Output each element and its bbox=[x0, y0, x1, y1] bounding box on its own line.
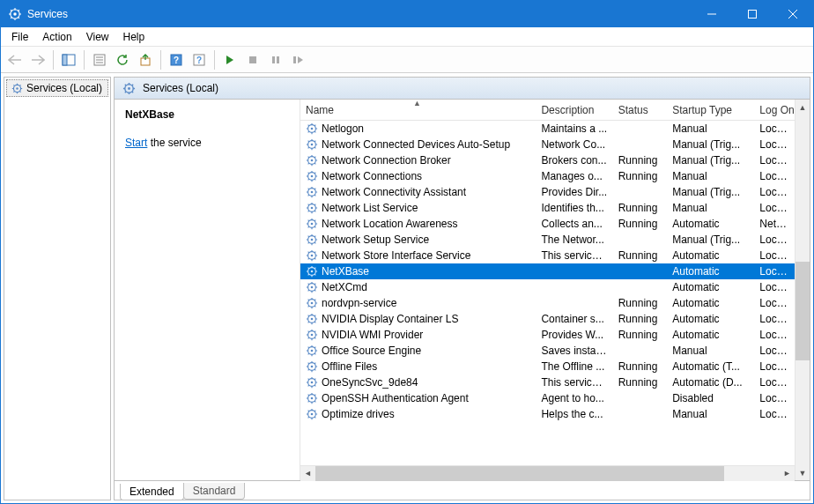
tab-standard[interactable]: Standard bbox=[183, 483, 246, 500]
cell-startup: Manual bbox=[667, 345, 754, 357]
menu-help[interactable]: Help bbox=[116, 29, 152, 45]
tree-root-item[interactable]: Services (Local) bbox=[6, 79, 108, 97]
cell-description: Saves install... bbox=[536, 345, 612, 357]
cell-logon: Local S bbox=[754, 360, 795, 373]
table-row[interactable]: Office Source EngineSaves install...Manu… bbox=[300, 343, 795, 359]
svg-rect-18 bbox=[272, 56, 275, 63]
svg-rect-19 bbox=[277, 56, 279, 63]
table-row[interactable]: Network Connectivity AssistantProvides D… bbox=[300, 184, 795, 200]
help2-icon[interactable]: ? bbox=[189, 49, 210, 70]
cell-status: Running bbox=[613, 297, 668, 309]
hscroll-thumb[interactable] bbox=[315, 466, 724, 481]
vertical-scrollbar[interactable]: ▲ ▼ bbox=[795, 100, 810, 480]
table-row[interactable]: Optimize drivesHelps the c...ManualLocal… bbox=[300, 406, 795, 422]
table-row[interactable]: Network Setup ServiceThe Networ...Manual… bbox=[300, 232, 795, 248]
menu-view[interactable]: View bbox=[79, 29, 116, 45]
cell-description: This service ... bbox=[536, 376, 612, 389]
cell-name: Netlogon bbox=[300, 122, 536, 135]
table-row[interactable]: OpenSSH Authentication AgentAgent to ho.… bbox=[300, 390, 795, 406]
col-log-on[interactable]: Log On bbox=[754, 100, 795, 120]
cell-status: Running bbox=[613, 154, 668, 167]
scroll-left-icon[interactable]: ◄ bbox=[300, 466, 315, 481]
close-button[interactable] bbox=[773, 1, 813, 27]
table-row[interactable]: Offline FilesThe Offline ...RunningAutom… bbox=[300, 359, 795, 374]
service-rows[interactable]: NetlogonMaintains a ...ManualLocal SNetw… bbox=[300, 121, 795, 465]
table-row[interactable]: NetXCmdAutomaticLocal S bbox=[300, 279, 795, 295]
cell-logon: Local S bbox=[754, 313, 795, 325]
cell-startup: Automatic bbox=[667, 265, 754, 278]
table-row[interactable]: NVIDIA Display Container LSContainer s..… bbox=[300, 311, 795, 327]
table-row[interactable]: OneSyncSvc_9de84This service ...RunningA… bbox=[300, 374, 795, 390]
refresh-icon[interactable] bbox=[112, 49, 133, 70]
scroll-up-icon[interactable]: ▲ bbox=[796, 100, 810, 115]
cell-logon: Local S bbox=[754, 265, 795, 278]
gear-icon bbox=[122, 81, 136, 95]
table-row[interactable]: Network ConnectionsManages o...RunningMa… bbox=[300, 168, 795, 184]
svg-point-60 bbox=[311, 397, 314, 400]
cell-name: NVIDIA WMI Provider bbox=[300, 329, 536, 341]
cell-logon: Local S bbox=[754, 329, 795, 341]
export-icon[interactable] bbox=[135, 49, 156, 70]
back-icon[interactable] bbox=[4, 49, 26, 70]
scroll-down-icon[interactable]: ▼ bbox=[796, 465, 810, 480]
restart-service-icon[interactable] bbox=[288, 49, 309, 70]
col-status[interactable]: Status bbox=[613, 100, 668, 120]
scroll-right-icon[interactable]: ► bbox=[780, 466, 795, 481]
col-description[interactable]: Description bbox=[536, 100, 612, 120]
table-row[interactable]: Network Connection BrokerBrokers con...R… bbox=[300, 152, 795, 168]
tab-extended[interactable]: Extended bbox=[120, 484, 184, 500]
cell-name: Optimize drives bbox=[300, 408, 536, 420]
minimize-button[interactable] bbox=[692, 1, 732, 27]
table-row[interactable]: nordvpn-serviceRunningAutomaticLocal S bbox=[300, 295, 795, 311]
svg-point-46 bbox=[311, 286, 314, 289]
cell-description: Maintains a ... bbox=[536, 122, 612, 135]
start-service-link[interactable]: Start bbox=[125, 137, 147, 149]
svg-text:?: ? bbox=[174, 56, 179, 65]
col-name[interactable]: Name ▲ bbox=[300, 100, 536, 120]
properties-icon[interactable] bbox=[89, 49, 110, 70]
horizontal-scrollbar[interactable]: ◄ ► bbox=[300, 465, 795, 480]
cell-name: NetXCmd bbox=[300, 281, 536, 293]
menu-action[interactable]: Action bbox=[35, 29, 78, 45]
table-row[interactable]: Network Connected Devices Auto-SetupNetw… bbox=[300, 137, 795, 152]
svg-point-30 bbox=[311, 159, 314, 162]
cell-description: This service ... bbox=[536, 249, 612, 262]
table-row[interactable]: NetlogonMaintains a ...ManualLocal S bbox=[300, 121, 795, 137]
start-service-icon[interactable] bbox=[219, 49, 240, 70]
menu-file[interactable]: File bbox=[4, 29, 35, 45]
stop-service-icon[interactable] bbox=[242, 49, 263, 70]
pause-service-icon[interactable] bbox=[265, 49, 286, 70]
col-startup-type[interactable]: Startup Type bbox=[667, 100, 754, 120]
svg-point-48 bbox=[311, 302, 314, 305]
help-icon[interactable]: ? bbox=[166, 49, 187, 70]
svg-rect-3 bbox=[749, 11, 757, 19]
cell-status: Running bbox=[613, 170, 668, 182]
cell-logon: Local S bbox=[754, 408, 795, 420]
vscroll-thumb[interactable] bbox=[796, 262, 810, 359]
maximize-button[interactable] bbox=[732, 1, 773, 27]
svg-text:?: ? bbox=[196, 56, 202, 65]
titlebar: Services bbox=[1, 1, 813, 27]
svg-point-42 bbox=[311, 255, 314, 257]
svg-point-56 bbox=[311, 366, 314, 368]
cell-name: Network Setup Service bbox=[300, 233, 536, 246]
toolbar: ? ? bbox=[1, 47, 813, 73]
cell-status: Running bbox=[613, 218, 668, 230]
table-row[interactable]: Network Location AwarenessCollects an...… bbox=[300, 216, 795, 232]
table-row[interactable]: Network Store Interface ServiceThis serv… bbox=[300, 248, 795, 263]
cell-startup: Automatic bbox=[667, 297, 754, 309]
table-row[interactable]: NetXBaseAutomaticLocal S bbox=[300, 263, 795, 279]
column-headers: Name ▲ Description Status Startup Type L… bbox=[300, 100, 795, 121]
svg-rect-7 bbox=[63, 55, 67, 65]
forward-icon[interactable] bbox=[27, 49, 48, 70]
svg-point-44 bbox=[311, 271, 314, 273]
cell-name: nordvpn-service bbox=[300, 297, 536, 309]
cell-logon: Local S bbox=[754, 186, 795, 198]
show-hide-tree-icon[interactable] bbox=[58, 49, 79, 70]
services-window: Services File Action View Help ? ? bbox=[0, 0, 814, 504]
table-row[interactable]: NVIDIA WMI ProviderProvides W...RunningA… bbox=[300, 327, 795, 343]
table-row[interactable]: Network List ServiceIdentifies th...Runn… bbox=[300, 200, 795, 216]
cell-logon: Local S bbox=[754, 345, 795, 357]
cell-description: Collects an... bbox=[536, 218, 612, 230]
cell-description: Identifies th... bbox=[536, 202, 612, 214]
